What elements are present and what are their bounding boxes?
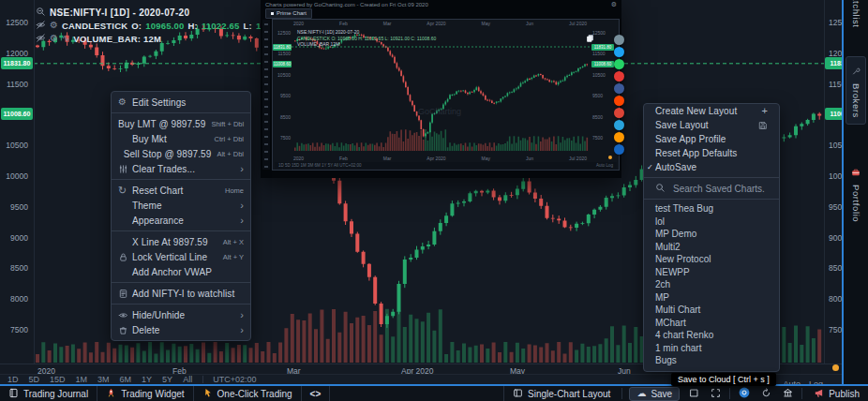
layout-menu-item-save-layout[interactable]: Save Layout	[644, 118, 779, 132]
menu-item-x-line-at-9897-59[interactable]: X Line At 9897.59Alt + X	[112, 234, 250, 249]
price-tick: 12000	[0, 50, 28, 57]
layout-menu-item-autosave[interactable]: ✓AutoSave	[644, 160, 779, 174]
save-button[interactable]: ☁ Save	[629, 387, 680, 401]
saved-chart-multi2[interactable]: Multi2	[644, 241, 779, 254]
menu-item-hide-unhide[interactable]: Hide/Unhide›	[112, 307, 250, 322]
saved-charts-search[interactable]	[644, 177, 779, 200]
saved-chart-bugs[interactable]: Bugs	[644, 354, 779, 367]
timeframe-1d[interactable]: 1D	[7, 375, 19, 384]
code-button[interactable]: <>	[302, 386, 331, 401]
shortcut-hint: Home	[219, 186, 244, 195]
layout-menu-item-create-new-layout[interactable]: Create New Layout+	[644, 104, 779, 118]
menu-item-add-anchor-vwap[interactable]: Add Anchor VWAP	[112, 264, 250, 279]
menu-item-label: Clear Trades...	[132, 164, 195, 174]
timeframe-all[interactable]: All	[183, 375, 192, 384]
gear-icon[interactable]: ⚙	[50, 34, 58, 43]
timeframe-6m[interactable]: 6M	[120, 375, 132, 384]
menu-item-lock-vertical-line[interactable]: Lock Vertical LineAlt + Y	[112, 249, 250, 264]
gear-icon[interactable]: ⚙	[611, 1, 617, 7]
mini-date-label: Jul 2020	[569, 156, 587, 161]
floppy-icon	[758, 121, 768, 130]
telegram-share-icon[interactable]	[614, 120, 624, 130]
chart-preview-popup: Charts powered by GoCharting.com - Creat…	[261, 0, 621, 178]
snapshot-button[interactable]	[733, 386, 756, 401]
saved-chart-mp-demo[interactable]: MP Demo	[644, 228, 779, 241]
timeframe-3m[interactable]: 3M	[97, 375, 110, 384]
menu-item-reset-chart[interactable]: ↻Reset ChartHome	[112, 183, 250, 198]
facebook-share-icon[interactable]	[614, 83, 624, 94]
whatsapp-share-icon[interactable]	[614, 59, 624, 69]
menu-item-buy-lmt-9897-59[interactable]: Buy LMT @ 9897.59Shift + Dbl	[112, 116, 250, 131]
menu-item-buy-mkt[interactable]: Buy MktCtrl + Dbl	[112, 131, 250, 146]
trading-widget-button[interactable]: Trading Widget	[97, 386, 193, 401]
reddit-share-icon[interactable]	[614, 96, 624, 106]
layout-menu-item-save-app-profile[interactable]: Save App Profile	[644, 132, 779, 146]
pinterest-share-icon[interactable]	[614, 71, 624, 82]
menu-item-delete[interactable]: Delete›	[112, 322, 250, 337]
timeframe-5d[interactable]: 5D	[29, 375, 40, 384]
saved-chart-test-thea-bug[interactable]: test Thea Bug	[644, 202, 779, 215]
feed-share-icon[interactable]	[614, 132, 624, 142]
timezone-label[interactable]: UTC+02:00	[213, 375, 256, 384]
one-click-trading-button[interactable]: One-Click Trading	[194, 386, 302, 401]
menu-item-label: Appearance	[132, 215, 184, 226]
check-icon: ✓	[647, 163, 653, 171]
cloud-icon: ☁	[636, 389, 646, 398]
timeframe-1y[interactable]: 1Y	[142, 375, 152, 384]
saved-chart-newpp[interactable]: NEWPP	[644, 266, 779, 279]
chevron-right-icon: ›	[234, 310, 244, 319]
linkedin-share-icon[interactable]	[614, 144, 624, 155]
menu-item-sell-stop-9897-59[interactable]: Sell Stop @ 9897.59Alt + Dbl	[112, 146, 250, 161]
single-chart-layout-button[interactable]: Single-Chart Layout	[503, 386, 619, 401]
menu-item-label: Reset Chart	[132, 186, 183, 196]
timeframe-15d[interactable]: 15D	[50, 375, 66, 384]
menu-item-appearance[interactable]: Appearance›	[112, 213, 250, 228]
saved-chart-mp[interactable]: MP	[644, 291, 779, 304]
share-share-icon[interactable]	[614, 35, 624, 45]
gear-icon[interactable]: ⚙	[50, 21, 58, 30]
layout-menu-item-reset-app-defaults[interactable]: Reset App Defaults	[644, 146, 779, 160]
bottom-app-bar: Trading Journal Trading Widget One-Click…	[0, 386, 868, 401]
saved-chart-new-protocol[interactable]: New Protocol	[644, 253, 779, 266]
eye-off-icon[interactable]	[36, 30, 46, 47]
saved-chart-lol[interactable]: lol	[644, 215, 779, 229]
search-icon	[655, 180, 666, 197]
sidebar-tab-watchlist[interactable]: Watchlist	[846, 0, 865, 28]
timeframe-1m[interactable]: 1M	[76, 375, 88, 384]
menu-item-label: Reset App Defaults	[655, 148, 737, 158]
menu-item-edit-settings[interactable]: ⚙Edit Settings	[112, 95, 250, 110]
menu-item-clear-trades[interactable]: Clear Trades...›	[112, 161, 250, 176]
saved-chart-2ch[interactable]: 2ch	[644, 278, 779, 291]
trading-app: 1250012000115001050010000950090008500800…	[0, 0, 868, 401]
mini-date-label: Mar	[383, 156, 392, 161]
mini-toolbar-rail	[262, 20, 270, 170]
publish-button[interactable]: Publish	[805, 386, 868, 401]
saved-chart-mchart[interactable]: MChart	[644, 317, 779, 330]
sidebar-tab-portfolio[interactable]: Portfolio	[846, 164, 865, 222]
bank-icon	[783, 385, 793, 401]
mini-date-label: Apr 2020	[427, 21, 445, 26]
chart-context-menu: ⚙Edit SettingsBuy LMT @ 9897.59Shift + D…	[111, 91, 251, 341]
menu-item-label: Theme	[132, 200, 162, 211]
price-tag: 11008.60	[1, 108, 33, 120]
saved-chart-multi-chart[interactable]: Multi Chart	[644, 304, 779, 317]
exchange-button[interactable]	[777, 386, 799, 401]
high-value: 11022.65	[202, 21, 240, 31]
menu-item-theme[interactable]: Theme›	[112, 198, 250, 213]
mini-date-label: Mar	[383, 21, 392, 26]
twitter-share-icon[interactable]	[614, 47, 624, 57]
sync-button[interactable]	[756, 386, 777, 401]
gmail-share-icon[interactable]	[614, 108, 624, 118]
fullscreen-button[interactable]	[705, 386, 726, 401]
saved-chart-4-chart-renko[interactable]: 4 chart Renko	[644, 329, 779, 342]
timeframe-5y[interactable]: 5Y	[162, 375, 172, 384]
square-button[interactable]	[683, 386, 705, 401]
search-saved-charts-input[interactable]	[671, 183, 769, 195]
saved-chart-1-min-chart[interactable]: 1 min chart	[644, 342, 779, 355]
copy-icon[interactable]	[586, 29, 594, 46]
preview-tab[interactable]: Prime Chart	[265, 8, 312, 19]
price-tick: 7500	[0, 326, 28, 334]
menu-item-add-nifty-i-to-watchlist[interactable]: Add NIFTY-I to watchlist	[112, 286, 250, 301]
sidebar-tab-brokers[interactable]: Brokers	[846, 56, 866, 125]
trading-journal-button[interactable]: Trading Journal	[0, 386, 97, 401]
